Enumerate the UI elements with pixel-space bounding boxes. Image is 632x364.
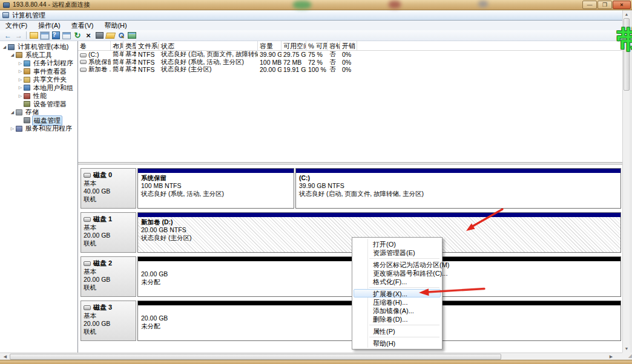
tree-expander[interactable]: ◢ (1, 45, 8, 50)
tree-item-2[interactable]: ▷任务计划程序 (0, 59, 77, 68)
help-icon: ? (52, 31, 60, 39)
toolbar-remote-screen-icon[interactable] (127, 31, 137, 40)
tree-expander[interactable]: ▷ (17, 77, 24, 82)
partition-size: 20.00 GB NTFS (141, 226, 617, 234)
context-menu-item-0[interactable]: 打开(O) (354, 239, 441, 248)
context-menu-item-12[interactable]: 属性(P) (354, 327, 441, 335)
tree-expander[interactable]: ◢ (9, 110, 16, 115)
cell: 否 (328, 65, 340, 74)
column-header-0[interactable]: 卷 (78, 41, 111, 50)
tree-item-4[interactable]: ▷共享文件夹 (0, 76, 77, 84)
horizontal-scroll-thumb[interactable] (10, 354, 501, 360)
tree-item-3[interactable]: ▷事件查看器 (0, 68, 77, 76)
window-titlebar[interactable]: 计算机管理 (0, 10, 622, 21)
column-header-6[interactable]: 可用空间 (281, 41, 306, 50)
rdp-close-button[interactable]: × (613, 1, 631, 9)
desktop-icon-glyph: 带 (617, 23, 632, 56)
cell: 72 % (306, 59, 328, 66)
toolbar-forward-icon[interactable]: → (14, 31, 24, 40)
disk-label-3[interactable]: 磁盘 3基本20.00 GB联机 (81, 301, 136, 341)
rdp-minimize-button[interactable]: — (582, 1, 597, 9)
context-menu-item-1[interactable]: 资源管理器(E) (354, 248, 441, 256)
task-scheduler-icon (24, 60, 30, 67)
tree-expander[interactable]: ▷ (17, 85, 24, 90)
column-header-9[interactable]: 开销 (340, 41, 357, 50)
toolbar-export-list-icon[interactable] (62, 31, 71, 40)
context-menu-item-10[interactable]: 删除卷(D)... (354, 314, 441, 323)
context-menu-item-4[interactable]: 更改驱动器号和路径(C)... (354, 268, 441, 277)
column-header-3[interactable]: 文件系统 (136, 41, 159, 50)
disk-icon (84, 217, 91, 222)
desktop-blur-icon (478, 1, 488, 7)
column-header-7[interactable]: % 可用 (306, 41, 328, 50)
resize-grip[interactable]: ◢ (622, 353, 632, 360)
tree-item-5[interactable]: ▷本地用户和组 (0, 84, 77, 93)
tree-expander[interactable]: ◢ (9, 53, 16, 57)
context-menu-item-14[interactable]: 帮助(H) (354, 339, 441, 347)
menu-item-1[interactable]: 操作(A) (33, 21, 66, 30)
disk-name: 磁盘 3 (84, 303, 133, 312)
disk-size: 20.00 GB (84, 320, 133, 328)
remote-screen-icon (128, 32, 136, 39)
menu-item-2[interactable]: 查看(V) (66, 21, 99, 30)
console-tree: ◢计算机管理(本地)◢系统工具▷任务计划程序▷事件查看器▷共享文件夹▷本地用户和… (0, 41, 78, 353)
toolbar-open-folder-icon[interactable] (105, 31, 115, 40)
tree-expander[interactable]: ▷ (9, 126, 16, 131)
tree-expander[interactable]: ▷ (17, 69, 24, 74)
column-header-1[interactable]: 布局 (111, 41, 123, 50)
toolbar-refresh-icon[interactable]: ↻ (73, 31, 82, 40)
toolbar-back-icon[interactable]: ← (3, 31, 13, 40)
computer-icon (8, 44, 15, 50)
table-row[interactable]: (C:)简单基本NTFS状态良好 (启动, 页面文件, 故障转储, 主分区)39… (78, 51, 622, 59)
scroll-down-button[interactable]: ▼ (623, 345, 630, 353)
open-folder-icon (105, 33, 115, 39)
toolbar-up-level-icon[interactable] (29, 31, 39, 40)
toolbar-help-icon[interactable]: ? (51, 31, 61, 40)
tree-expander[interactable]: ▷ (17, 94, 24, 99)
toolbar-find-icon[interactable] (116, 31, 126, 40)
tree-item-7[interactable]: 设备管理器 (0, 100, 77, 109)
tree-item-9[interactable]: 磁盘管理 (0, 117, 77, 125)
tree-item-10[interactable]: ▷服务和应用程序 (0, 125, 77, 133)
rdp-restore-button[interactable]: ❐ (597, 1, 612, 9)
tree-item-1[interactable]: ◢系统工具 (0, 51, 77, 60)
disk-size: 20.00 GB (84, 276, 133, 284)
disk-label-2[interactable]: 磁盘 2基本20.00 GB联机 (81, 256, 136, 297)
context-menu-item-3[interactable]: 将分区标记为活动分区(M) (354, 260, 441, 268)
context-menu-item-5[interactable]: 格式化(F)... (354, 277, 441, 285)
event-viewer-icon (24, 68, 30, 74)
context-menu-item-9[interactable]: 添加镜像(A)... (354, 306, 441, 314)
partition-0-0[interactable]: 系统保留100 MB NTFS状态良好 (系统, 活动, 主分区) (137, 168, 294, 209)
tree-item-6[interactable]: ▷性能 (0, 92, 77, 100)
column-header-8[interactable]: 容错 (328, 41, 340, 50)
disk-label-0[interactable]: 磁盘 0基本40.00 GB联机 (81, 168, 136, 209)
context-menu-item-7[interactable]: 扩展卷(X)... (354, 289, 441, 297)
column-header-5[interactable]: 容量 (258, 41, 281, 50)
column-header-4[interactable]: 状态 (159, 41, 258, 50)
toolbar-delete-icon[interactable]: × (84, 31, 93, 40)
tree-expander[interactable]: ▷ (17, 61, 24, 66)
disk-label-1[interactable]: 磁盘 1基本20.00 GB联机 (81, 212, 136, 253)
horizontal-scrollbar[interactable]: ◀ ▶ (0, 353, 622, 360)
disk-row-0: 磁盘 0基本40.00 GB联机系统保留100 MB NTFS状态良好 (系统,… (81, 168, 622, 209)
system-tools-icon (16, 52, 22, 58)
vertical-scrollbar[interactable]: ▲ ▼ (622, 10, 630, 353)
disk-type: 基本 (84, 224, 133, 232)
column-header-2[interactable]: 类型 (123, 41, 136, 50)
context-menu-item-8[interactable]: 压缩卷(H)... (354, 297, 441, 306)
performance-icon (24, 93, 30, 99)
partition-label: 系统保留 (141, 174, 291, 182)
toolbar-console-tree-icon[interactable] (40, 31, 50, 40)
menu-item-0[interactable]: 文件(F) (0, 21, 33, 30)
partition-0-1[interactable]: (C:)39.90 GB NTFS状态良好 (启动, 页面文件, 故障转储, 主… (295, 168, 621, 209)
tree-item-0[interactable]: ◢计算机管理(本地) (0, 43, 77, 51)
cell: 72 MB (281, 59, 306, 66)
partition-color-bar (138, 169, 294, 173)
disk-size: 20.00 GB (84, 232, 133, 239)
scroll-up-button[interactable]: ▲ (623, 10, 630, 18)
table-row[interactable]: 新加卷 ...简单基本NTFS状态良好 (主分区)20.00 GB19.91 G… (78, 66, 622, 74)
toolbar-properties-icon[interactable] (94, 31, 104, 40)
cell: 75 % (306, 51, 328, 58)
table-row[interactable]: 系统保留简单基本NTFS状态良好 (系统, 活动, 主分区)100 MB72 M… (78, 59, 622, 67)
menu-item-3[interactable]: 帮助(H) (99, 21, 132, 30)
